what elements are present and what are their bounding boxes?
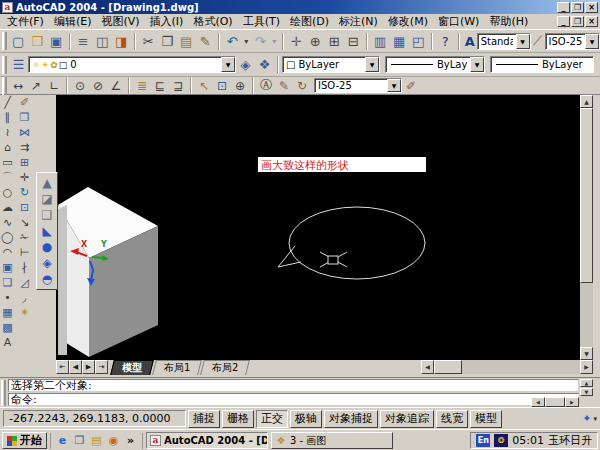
- status-menu-arrow-icon[interactable]: ▾: [593, 415, 597, 423]
- chamfer-icon[interactable]: ◿: [17, 275, 32, 290]
- move-icon[interactable]: ✛: [17, 170, 32, 185]
- otrack-button[interactable]: 对象追踪: [380, 410, 434, 428]
- dim-style-icon[interactable]: ⟋: [531, 32, 545, 51]
- ellipse-icon[interactable]: ◯: [0, 230, 15, 245]
- text-style-combo[interactable]: Standard ▼: [477, 33, 531, 50]
- new-file-icon[interactable]: ▢: [9, 32, 28, 51]
- rotate-icon[interactable]: ↻: [17, 185, 32, 200]
- zoom-realtime-icon[interactable]: ⊕: [306, 32, 325, 51]
- linear-dim-icon[interactable]: ↔: [9, 78, 27, 94]
- menu-draw[interactable]: 绘图(D): [285, 14, 334, 29]
- dim-text-edit-icon[interactable]: ✎: [275, 78, 293, 94]
- close-button[interactable]: ×: [585, 16, 598, 27]
- taskbar-task-paint[interactable]: ❖ 3 - 画图: [271, 432, 393, 449]
- drawing-canvas[interactable]: X Y 画大致这样的形状: [56, 95, 580, 360]
- fillet-icon[interactable]: ◞: [17, 290, 32, 305]
- dimension-style-combo[interactable]: ISO-25 ▼: [314, 78, 402, 93]
- region-icon[interactable]: ▩: [0, 320, 15, 335]
- match-properties-icon[interactable]: ✎: [196, 32, 215, 51]
- 3d-surface-icon[interactable]: ❑: [38, 207, 56, 223]
- menu-view[interactable]: 视图(V): [96, 14, 144, 29]
- layer-freeze-icon[interactable]: ☀: [41, 60, 49, 70]
- revcloud-icon[interactable]: ☁: [0, 200, 15, 215]
- point-icon[interactable]: •: [0, 290, 15, 305]
- scroll-down-icon[interactable]: ▼: [580, 347, 593, 360]
- tray-notification-icon[interactable]: ❂: [494, 434, 508, 447]
- construction-line-icon[interactable]: ∥: [0, 110, 15, 125]
- color-combo[interactable]: □ ByLayer ▼: [282, 56, 380, 73]
- ellipse-arc-icon[interactable]: ◠: [0, 245, 15, 260]
- wedge-icon[interactable]: ◣: [38, 223, 56, 239]
- balloon-ellipse[interactable]: [289, 207, 425, 279]
- help-icon[interactable]: ?: [436, 32, 455, 51]
- close-button[interactable]: ×: [585, 2, 598, 13]
- baseline-dim-icon[interactable]: ⊑: [151, 78, 169, 94]
- redo-dropdown-icon[interactable]: ▾: [270, 32, 279, 51]
- command-prompt-line[interactable]: 命令:: [8, 393, 579, 406]
- scale-icon[interactable]: ⊡: [17, 200, 32, 215]
- menu-insert[interactable]: 插入(I): [145, 14, 189, 29]
- scroll-left-icon[interactable]: ◀: [421, 360, 434, 374]
- erase-icon[interactable]: ✐: [17, 95, 32, 110]
- quick-dim-icon[interactable]: ≣: [133, 78, 151, 94]
- tab-layout2[interactable]: 布局2: [201, 360, 251, 375]
- command-horizontal-scrollbar[interactable]: ◀ ▶: [531, 397, 579, 407]
- radius-dim-icon[interactable]: ⊙: [71, 78, 89, 94]
- layer-previous-icon[interactable]: ❖: [255, 55, 274, 74]
- layer-manager-icon[interactable]: ☰: [9, 55, 28, 74]
- horizontal-scroll-thumb[interactable]: [434, 360, 462, 374]
- tab-layout1[interactable]: 布局1: [152, 360, 202, 375]
- line-icon[interactable]: ╱: [0, 95, 15, 110]
- diameter-dim-icon[interactable]: ⊘: [89, 78, 107, 94]
- menu-format[interactable]: 格式(O): [188, 14, 237, 29]
- trim-icon[interactable]: ✁: [17, 230, 32, 245]
- canvas-vertical-scrollbar[interactable]: ▲ ▼: [580, 95, 593, 360]
- tab-last-button[interactable]: ⇥: [95, 360, 108, 374]
- continue-dim-icon[interactable]: ⊒: [169, 78, 187, 94]
- scroll-right-icon[interactable]: ▶: [580, 360, 593, 374]
- menu-tools[interactable]: 工具(T): [238, 14, 285, 29]
- combo-dropdown-icon[interactable]: ▼: [470, 57, 484, 72]
- toolbar-grip[interactable]: [2, 32, 7, 50]
- tolerance-icon[interactable]: ⊡: [213, 78, 231, 94]
- make-block-icon[interactable]: ❏: [0, 275, 15, 290]
- zoom-window-icon[interactable]: ⊞: [325, 32, 344, 51]
- 2d-solid-icon[interactable]: ▲: [38, 175, 56, 191]
- folder-icon[interactable]: ▤: [89, 434, 104, 447]
- tab-first-button[interactable]: ⇤: [56, 360, 69, 374]
- lineweight-button[interactable]: 线宽: [436, 410, 468, 428]
- mtext-icon[interactable]: A: [0, 335, 15, 350]
- menu-help[interactable]: 帮助(H): [484, 14, 533, 29]
- dim-edit-icon[interactable]: Ⓐ: [257, 78, 275, 94]
- tool-palettes-icon[interactable]: ◰: [409, 32, 428, 51]
- combo-dropdown-icon[interactable]: ▼: [221, 57, 235, 72]
- insert-block-icon[interactable]: ▣: [0, 260, 15, 275]
- angular-dim-icon[interactable]: ∠: [107, 78, 125, 94]
- grid-button[interactable]: 栅格: [222, 410, 254, 428]
- spline-icon[interactable]: ∿: [0, 215, 15, 230]
- text-style-icon[interactable]: A: [463, 32, 477, 51]
- canvas-horizontal-scrollbar[interactable]: ◀ ▶: [421, 360, 593, 374]
- snap-button[interactable]: 捕捉: [188, 410, 220, 428]
- combo-dropdown-icon[interactable]: ▼: [516, 34, 530, 49]
- scroll-up-icon[interactable]: ▲: [580, 95, 593, 108]
- center-mark-icon[interactable]: ⊕: [231, 78, 249, 94]
- designcenter-icon[interactable]: ▦: [390, 32, 409, 51]
- save-icon[interactable]: ▣: [47, 32, 66, 51]
- layer-on-icon[interactable]: ☼: [32, 60, 40, 70]
- copy-object-icon[interactable]: ❐: [17, 110, 32, 125]
- lineweight-combo[interactable]: ByLayer: [490, 56, 594, 73]
- dim-style-combo[interactable]: ISO-25 ▼: [545, 33, 600, 50]
- quick-leader-icon[interactable]: ↖: [195, 78, 213, 94]
- cut-icon[interactable]: ✂: [139, 32, 158, 51]
- osnap-button[interactable]: 对象捕捉: [324, 410, 378, 428]
- menu-window[interactable]: 窗口(W): [433, 14, 484, 29]
- circle-icon[interactable]: ○: [0, 185, 15, 200]
- combo-dropdown-icon[interactable]: ▼: [585, 34, 599, 49]
- break-icon[interactable]: ∤: [17, 260, 32, 275]
- pan-icon[interactable]: ✛: [287, 32, 306, 51]
- polyline-icon[interactable]: ≀: [0, 125, 15, 140]
- tab-next-button[interactable]: ▶: [82, 360, 95, 374]
- publish-icon[interactable]: ◨: [112, 32, 131, 51]
- media-player-icon[interactable]: ◉: [106, 434, 121, 447]
